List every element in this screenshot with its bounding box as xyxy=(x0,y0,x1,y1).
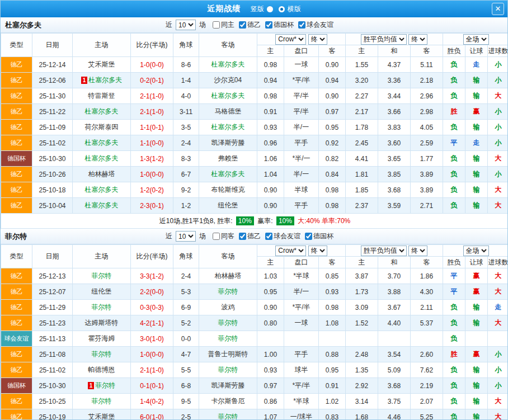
home-team-name[interactable]: 艾禾斯堡 xyxy=(88,60,115,68)
match-row: 德乙25-12-13菲尔特3-3(1-2)2-4柏林赫塔1.03*半球0.853… xyxy=(1,268,508,284)
home-team-name[interactable]: 特雷斯登 xyxy=(88,92,115,100)
home-team-name[interactable]: 菲尔特 xyxy=(92,397,112,405)
filter-checkbox[interactable] xyxy=(213,21,220,29)
scope-select[interactable]: 全场 xyxy=(463,246,489,256)
away-team-name[interactable]: 纽伦堡 xyxy=(218,201,238,209)
avg-draw-cell: 3.66 xyxy=(378,104,411,120)
filter-option[interactable]: 德乙 xyxy=(239,20,261,30)
away-team-name[interactable]: 马格德堡 xyxy=(215,107,242,115)
home-team-name[interactable]: 荷尔斯泰因 xyxy=(85,123,119,131)
away-team-name[interactable]: 柏林赫塔 xyxy=(215,272,242,280)
odds-final-select[interactable]: 终 xyxy=(308,246,327,256)
filter-option[interactable]: 德乙 xyxy=(239,232,261,241)
away-team-name[interactable]: 菲尔特 xyxy=(218,334,238,342)
away-team-name[interactable]: 杜塞尔多夫 xyxy=(211,60,245,68)
filter-checkbox[interactable] xyxy=(239,21,246,29)
avg-away-cell: 2.07 xyxy=(411,394,443,409)
home-team-name[interactable]: 杜塞尔多夫 xyxy=(85,201,119,209)
match-row: 德乙25-10-19艾禾斯堡6-0(1-0)2-5菲尔特1.07一/球半0.83… xyxy=(1,409,508,420)
away-team-name[interactable]: 卡尔斯鲁厄 xyxy=(211,397,245,405)
odds-handicap-cell: 平/半 xyxy=(284,88,319,104)
filter-option[interactable]: 同主 xyxy=(213,20,234,30)
avg-final-select[interactable]: 终 xyxy=(408,34,427,45)
result-goals-cell: 小 xyxy=(488,104,508,120)
away-team-name[interactable]: 凯泽斯劳滕 xyxy=(211,381,245,389)
home-team-name[interactable]: 霍芬海姆 xyxy=(88,334,115,342)
odds-company-select[interactable]: Crow* xyxy=(275,246,306,256)
home-team-name[interactable]: 杜塞尔多夫 xyxy=(88,76,122,84)
home-team-name[interactable]: 柏林赫塔 xyxy=(88,170,115,178)
radio-unselected-icon[interactable] xyxy=(267,6,273,12)
avg-select[interactable]: 胜平负均值 xyxy=(361,34,407,45)
away-team-name[interactable]: 菲尔特 xyxy=(218,319,238,327)
home-team-name[interactable]: 菲尔特 xyxy=(95,381,115,389)
odds-away-cell: 0.93 xyxy=(319,284,346,300)
match-count-select[interactable]: 10 xyxy=(176,20,196,30)
home-team-name[interactable]: 纽伦堡 xyxy=(92,287,112,295)
avg-home-cell: 1.73 xyxy=(346,284,378,300)
away-team-name[interactable]: 杜塞尔多夫 xyxy=(211,170,245,178)
col-avg-away: 客 xyxy=(411,45,443,57)
filter-checkbox[interactable] xyxy=(265,233,272,240)
odds-home-cell: 0.98 xyxy=(257,88,284,104)
home-team-name[interactable]: 帕德博恩 xyxy=(88,366,115,374)
avg-final-select[interactable]: 终 xyxy=(408,246,427,256)
home-team-name[interactable]: 艾禾斯堡 xyxy=(88,413,115,420)
odds-away-cell: 1.08 xyxy=(319,315,346,331)
match-count-select[interactable]: 10 xyxy=(176,231,196,242)
filter-checkbox[interactable] xyxy=(213,233,220,240)
odds-company-select[interactable]: Crow* xyxy=(275,34,306,45)
filter-option[interactable]: 德国杯 xyxy=(305,232,333,241)
home-team-name[interactable]: 达姆斯塔特 xyxy=(85,319,119,327)
filter-checkbox[interactable] xyxy=(239,233,246,240)
avg-select[interactable]: 胜平负均值 xyxy=(361,246,407,256)
away-team-name[interactable]: 菲尔特 xyxy=(218,287,238,295)
away-team-name[interactable]: 弗赖堡 xyxy=(218,154,238,162)
home-team-name[interactable]: 杜塞尔多夫 xyxy=(85,154,119,162)
filter-checkbox[interactable] xyxy=(305,233,312,240)
col-header-score: 比分(半场) xyxy=(131,245,173,268)
filter-option[interactable]: 球会友谊 xyxy=(298,20,333,30)
col-result-handicap: 让球 xyxy=(465,257,488,268)
team-name-duesseldorf[interactable]: 杜塞尔多夫 xyxy=(5,20,41,30)
layout-vertical-option[interactable]: 竖版 xyxy=(251,4,276,14)
odds-final-select[interactable]: 终 xyxy=(308,34,327,45)
home-team-name[interactable]: 杜塞尔多夫 xyxy=(85,107,119,115)
home-team-name[interactable]: 菲尔特 xyxy=(92,303,112,311)
result-wl-cell: 负 xyxy=(443,57,465,73)
filter-checkbox[interactable] xyxy=(298,21,305,29)
home-team-name[interactable]: 杜塞尔多夫 xyxy=(85,186,119,194)
home-team-cell: 艾禾斯堡 xyxy=(73,409,131,420)
result-goals-cell: 小 xyxy=(488,120,508,135)
away-team-name[interactable]: 普鲁士明斯特 xyxy=(208,350,248,358)
radio-selected-icon[interactable] xyxy=(279,6,285,12)
avg-draw-cell: 3.68 xyxy=(378,182,411,198)
away-team-name[interactable]: 菲尔特 xyxy=(218,366,238,374)
layout-horizontal-option[interactable]: 横版 xyxy=(276,4,301,14)
layout-toggle: 竖版 横版 xyxy=(251,4,301,14)
home-team-name[interactable]: 杜塞尔多夫 xyxy=(85,139,119,147)
avg-home-cell: 3.87 xyxy=(346,268,378,284)
filter-option[interactable]: 球会友谊 xyxy=(265,232,300,241)
filter-checkbox[interactable] xyxy=(265,21,272,29)
home-team-name[interactable]: 菲尔特 xyxy=(92,272,112,280)
odds-handicap-cell xyxy=(284,331,319,347)
away-team-name[interactable]: 布轮斯维克 xyxy=(211,186,245,194)
team-name-fuerth[interactable]: 菲尔特 xyxy=(5,232,27,242)
col-result-goals: 进球数 xyxy=(488,45,508,57)
home-team-name[interactable]: 菲尔特 xyxy=(92,350,112,358)
close-button[interactable]: ✕ xyxy=(492,3,504,15)
away-team-name[interactable]: 菲尔特 xyxy=(218,413,238,420)
away-team-cell: 杜塞尔多夫 xyxy=(199,120,257,135)
league-type-cell: 德乙 xyxy=(1,104,32,120)
col-header-type: 类型 xyxy=(1,34,32,57)
filter-option[interactable]: 同客 xyxy=(213,232,234,241)
filter-option[interactable]: 德国杯 xyxy=(265,20,294,30)
away-team-name[interactable]: 凯泽斯劳滕 xyxy=(211,139,245,147)
away-team-name[interactable]: 杜塞尔多夫 xyxy=(211,92,245,100)
away-team-name[interactable]: 杜塞尔多夫 xyxy=(211,123,245,131)
away-team-name[interactable]: 沙尔克04 xyxy=(214,76,242,84)
home-team-cell: 菲尔特 xyxy=(73,268,131,284)
away-team-name[interactable]: 波鸡 xyxy=(222,303,235,311)
scope-select[interactable]: 全场 xyxy=(463,34,489,45)
